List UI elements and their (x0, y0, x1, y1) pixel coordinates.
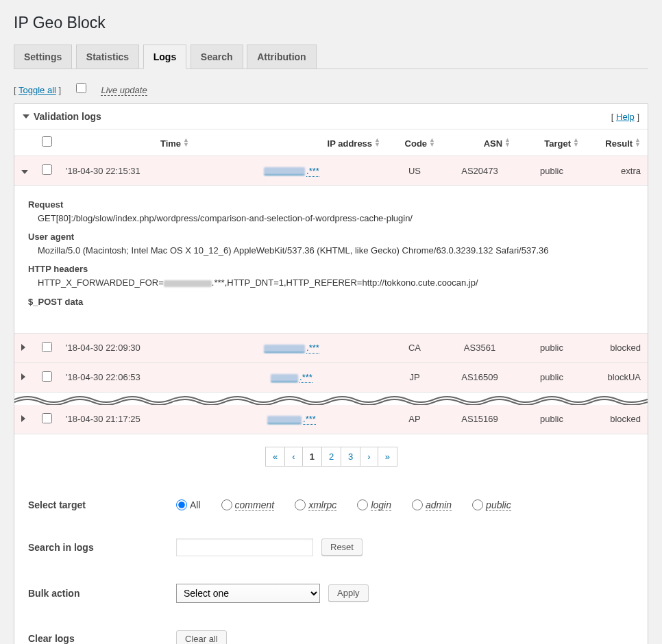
expand-icon[interactable] (21, 170, 28, 174)
sort-icon (504, 137, 511, 148)
cell-code: AP (387, 405, 442, 434)
radio-comment[interactable] (221, 499, 232, 510)
col-code[interactable]: Code (387, 129, 442, 156)
expand-icon[interactable] (21, 344, 25, 351)
cell-asn: AS16509 (442, 362, 517, 392)
request-value: GET[80]:/blog/slow/index.php/wordpress/c… (38, 212, 634, 225)
page-title: IP Geo Block (14, 14, 648, 32)
radio-all[interactable] (176, 499, 187, 510)
ip-link[interactable]: .*** (264, 343, 319, 353)
row-checkbox[interactable] (42, 413, 52, 423)
row-checkbox[interactable] (42, 371, 52, 382)
col-target[interactable]: Target (517, 129, 586, 156)
tab-attribution[interactable]: Attribution (247, 45, 317, 69)
col-ip[interactable]: IP address (196, 129, 387, 156)
row-checkbox[interactable] (42, 164, 52, 175)
col-result[interactable]: Result (586, 129, 648, 156)
radio-public[interactable] (472, 499, 483, 510)
ip-link[interactable]: .*** (267, 414, 316, 424)
sort-icon (429, 137, 435, 148)
select-target-label: Select target (25, 499, 176, 510)
tab-statistics[interactable]: Statistics (76, 45, 139, 69)
page-next[interactable]: › (360, 447, 378, 467)
help-link[interactable]: Help (616, 112, 635, 122)
ip-link[interactable]: .*** (271, 372, 312, 382)
checkbox-select-all[interactable] (42, 136, 52, 147)
expand-icon[interactable] (21, 373, 25, 380)
live-update-label: Live update (101, 85, 147, 96)
table-row[interactable]: '18-04-30 22:06:53 .*** JP AS16509 publi… (14, 362, 648, 392)
log-table: Time IP address Code ASN Target Result '… (14, 129, 648, 434)
pagination: «‹123›» (14, 434, 648, 479)
page-1[interactable]: 1 (302, 447, 322, 467)
sort-icon (374, 137, 380, 148)
cell-asn: AS3561 (442, 334, 517, 363)
cell-target: public (517, 405, 586, 434)
page-last[interactable]: » (378, 447, 397, 467)
sort-icon (183, 137, 189, 148)
collapse-icon (23, 114, 29, 119)
sort-icon (573, 137, 579, 148)
tab-settings[interactable]: Settings (14, 45, 72, 69)
ua-value: Mozilla/5.0 (Macintosh; Intel Mac OS X 1… (38, 245, 634, 257)
headers-label: HTTP headers (28, 264, 634, 274)
cell-code: JP (387, 362, 442, 392)
clear-logs-label: Clear logs (25, 633, 176, 644)
ip-link[interactable]: .*** (264, 166, 319, 176)
cell-time: '18-04-30 22:15:31 (59, 156, 196, 186)
cell-time: '18-04-30 21:17:25 (59, 405, 196, 434)
search-label: Search in logs (25, 542, 176, 553)
page-2[interactable]: 2 (321, 447, 341, 467)
cell-target: public (517, 156, 586, 186)
help-wrap: [ Help ] (611, 112, 639, 122)
radio-admin[interactable] (412, 499, 423, 510)
cell-target: public (517, 334, 586, 363)
page-prev[interactable]: ‹ (284, 447, 302, 467)
radio-xmlrpc[interactable] (295, 499, 306, 510)
cell-asn: AS20473 (442, 156, 517, 186)
row-detail: Request GET[80]:/blog/slow/index.php/wor… (14, 186, 648, 334)
sort-icon (635, 137, 641, 148)
cell-target: public (517, 362, 586, 392)
col-time[interactable]: Time (59, 129, 196, 156)
clear-all-button[interactable]: Clear all (176, 630, 227, 644)
table-row[interactable]: '18-04-30 21:17:25 .*** AP AS15169 publi… (14, 405, 648, 434)
cell-result: blocked (586, 405, 648, 434)
cell-result: blocked (586, 334, 648, 363)
cell-asn: AS15169 (442, 405, 517, 434)
section-header[interactable]: Validation logs [ Help ] (14, 104, 648, 129)
apply-button[interactable]: Apply (328, 584, 369, 602)
live-update-checkbox[interactable] (76, 83, 86, 93)
row-checkbox[interactable] (42, 342, 52, 352)
table-row[interactable]: '18-04-30 22:09:30 .*** CA AS3561 public… (14, 334, 648, 363)
col-asn[interactable]: ASN (442, 129, 517, 156)
search-input[interactable] (176, 538, 313, 556)
cell-time: '18-04-30 22:09:30 (59, 334, 196, 363)
post-label: $_POST data (28, 297, 634, 307)
page-3[interactable]: 3 (341, 447, 360, 467)
torn-edge-divider (14, 393, 648, 405)
nav-tabs: Settings Statistics Logs Search Attribut… (14, 45, 648, 69)
table-row[interactable]: '18-04-30 22:15:31 .*** US AS20473 publi… (14, 156, 648, 186)
tab-logs[interactable]: Logs (143, 45, 186, 69)
expand-icon[interactable] (21, 415, 25, 422)
reset-button[interactable]: Reset (321, 538, 363, 556)
headers-value: HTTP_X_FORWARDED_FOR=.***,HTTP_DNT=1,HTT… (38, 277, 634, 289)
cell-result: blockUA (586, 362, 648, 392)
cell-code: CA (387, 334, 442, 363)
toggle-all-link[interactable]: Toggle all (19, 85, 56, 95)
radio-login[interactable] (357, 499, 368, 510)
tab-search[interactable]: Search (191, 45, 243, 69)
bulk-action-select[interactable]: Select one (176, 584, 320, 603)
section-title: Validation logs (34, 111, 101, 122)
cell-result: extra (586, 156, 648, 186)
page-first[interactable]: « (265, 447, 285, 467)
cell-time: '18-04-30 22:06:53 (59, 362, 196, 392)
ua-label: User agent (28, 232, 634, 242)
bulk-action-label: Bulk action (25, 588, 176, 599)
cell-code: US (387, 156, 442, 186)
request-label: Request (28, 199, 634, 210)
